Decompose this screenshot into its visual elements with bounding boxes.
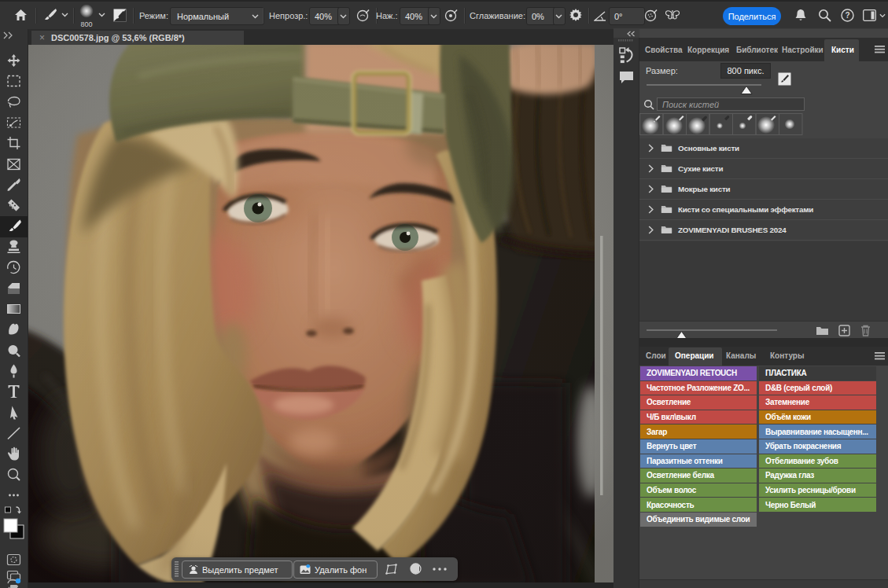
- svg-text:?: ?: [845, 11, 849, 20]
